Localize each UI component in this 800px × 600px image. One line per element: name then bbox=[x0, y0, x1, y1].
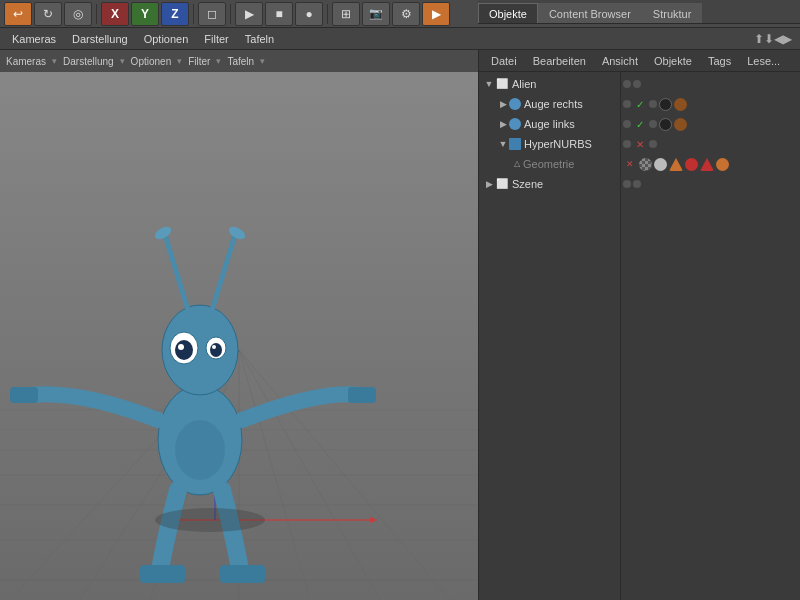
expand-hypernurbs[interactable]: ▼ bbox=[497, 138, 509, 150]
sep4 bbox=[327, 4, 328, 24]
menu-optionen[interactable]: Optionen bbox=[136, 31, 197, 47]
null-icon-szene: ⬜ bbox=[495, 177, 509, 191]
augel-check[interactable]: ✓ bbox=[633, 117, 647, 131]
vp-menu-darstellung[interactable]: Darstellung bbox=[63, 56, 114, 67]
right-panel: Datei Bearbeiten Ansicht Objekte Tags Le… bbox=[478, 50, 800, 600]
augel-dot1[interactable] bbox=[623, 120, 631, 128]
alien-dot2[interactable] bbox=[633, 80, 641, 88]
add-object-button[interactable]: ⊞ bbox=[332, 2, 360, 26]
szene-dot2[interactable] bbox=[633, 180, 641, 188]
tab-objekte[interactable]: Objekte bbox=[478, 3, 538, 23]
geo-mat5[interactable] bbox=[700, 158, 714, 171]
tree-item-auge-links[interactable]: ▶ Auge links bbox=[479, 114, 620, 134]
viewport-top-bar: Kameras ▾ Darstellung ▾ Optionen ▾ Filte… bbox=[0, 50, 478, 72]
expand-szene[interactable]: ▶ bbox=[483, 178, 495, 190]
svg-rect-33 bbox=[10, 387, 38, 403]
svg-rect-36 bbox=[220, 565, 265, 583]
record-button[interactable]: ● bbox=[295, 2, 323, 26]
szene-row-icons bbox=[621, 174, 800, 194]
auge-links-row-icons: ✓ bbox=[621, 114, 800, 134]
camera-button[interactable]: 📷 bbox=[362, 2, 390, 26]
augel-dot2[interactable] bbox=[649, 120, 657, 128]
tree-label-auge-links: Auge links bbox=[524, 118, 616, 130]
viewport-svg bbox=[0, 50, 478, 600]
x-axis-button[interactable]: X bbox=[101, 2, 129, 26]
right-menu-ansicht[interactable]: Ansicht bbox=[594, 53, 646, 69]
hn-cross[interactable]: ✕ bbox=[633, 137, 647, 151]
auger-dot2[interactable] bbox=[649, 100, 657, 108]
svg-point-37 bbox=[175, 420, 225, 480]
svg-rect-35 bbox=[140, 565, 185, 583]
hypernurbs-row-icons: ✕ bbox=[621, 134, 800, 154]
auger-dot1[interactable] bbox=[623, 100, 631, 108]
auger-mat2[interactable] bbox=[674, 98, 687, 111]
right-panel-menu: Datei Bearbeiten Ansicht Objekte Tags Le… bbox=[479, 50, 800, 72]
auge-rechts-row-icons: ✓ bbox=[621, 94, 800, 114]
geo-mat6[interactable] bbox=[716, 158, 729, 171]
tree-item-alien[interactable]: ▼ ⬜ Alien bbox=[479, 74, 620, 94]
expand-alien[interactable]: ▼ bbox=[483, 78, 495, 90]
z-axis-button[interactable]: Z bbox=[161, 2, 189, 26]
menu-kameras[interactable]: Kameras bbox=[4, 31, 64, 47]
menu-tafeln[interactable]: Tafeln bbox=[237, 31, 282, 47]
hypernurbs-icon bbox=[509, 138, 521, 150]
auger-mat1[interactable] bbox=[659, 98, 672, 111]
redo-button[interactable]: ↻ bbox=[34, 2, 62, 26]
main-layout: Kameras ▾ Darstellung ▾ Optionen ▾ Filte… bbox=[0, 50, 800, 600]
right-menu-lese[interactable]: Lese... bbox=[739, 53, 788, 69]
vp-menu-tafeln[interactable]: Tafeln bbox=[227, 56, 254, 67]
expand-auge-rechts[interactable]: ▶ bbox=[497, 98, 509, 110]
vp-menu-kameras[interactable]: Kameras bbox=[6, 56, 46, 67]
alien-dot1[interactable] bbox=[623, 80, 631, 88]
render-button[interactable]: ▶ bbox=[422, 2, 450, 26]
geo-mat2[interactable] bbox=[654, 158, 667, 171]
geo-mat3[interactable] bbox=[669, 158, 683, 171]
tree-item-szene[interactable]: ▶ ⬜ Szene bbox=[479, 174, 620, 194]
tree-item-auge-rechts[interactable]: ▶ Auge rechts bbox=[479, 94, 620, 114]
right-menu-bearbeiten[interactable]: Bearbeiten bbox=[525, 53, 594, 69]
vp-menu-optionen[interactable]: Optionen bbox=[131, 56, 172, 67]
tree-item-geometrie[interactable]: △ Geometrie bbox=[479, 154, 620, 174]
tree-label-auge-rechts: Auge rechts bbox=[524, 98, 616, 110]
object-tree: ▼ ⬜ Alien ▶ Auge rechts ▶ Auge links bbox=[479, 72, 800, 600]
hn-dot2[interactable] bbox=[649, 140, 657, 148]
view-arrows: ⬆⬇◀▶ bbox=[750, 32, 796, 46]
stop-button[interactable]: ■ bbox=[265, 2, 293, 26]
null-icon-alien: ⬜ bbox=[495, 77, 509, 91]
augel-mat2[interactable] bbox=[674, 118, 687, 131]
tree-item-hypernurbs[interactable]: ▼ HyperNURBS bbox=[479, 134, 620, 154]
expand-geometrie[interactable]: △ bbox=[511, 158, 523, 170]
hn-dot1[interactable] bbox=[623, 140, 631, 148]
expand-auge-links[interactable]: ▶ bbox=[497, 118, 509, 130]
augel-mat1[interactable] bbox=[659, 118, 672, 131]
right-menu-datei[interactable]: Datei bbox=[483, 53, 525, 69]
tab-struktur[interactable]: Struktur bbox=[642, 3, 703, 23]
svg-point-26 bbox=[175, 340, 193, 360]
geo-cross[interactable]: ✕ bbox=[623, 157, 637, 171]
geo-mat1[interactable] bbox=[639, 158, 652, 171]
menu-darstellung[interactable]: Darstellung bbox=[64, 31, 136, 47]
right-menu-tags[interactable]: Tags bbox=[700, 53, 739, 69]
sep3 bbox=[230, 4, 231, 24]
vp-menu-filter[interactable]: Filter bbox=[188, 56, 210, 67]
szene-dot1[interactable] bbox=[623, 180, 631, 188]
play-button[interactable]: ▶ bbox=[235, 2, 263, 26]
svg-point-30 bbox=[212, 345, 216, 349]
undo-button[interactable]: ↩ bbox=[4, 2, 32, 26]
object-tool-button[interactable]: ◻ bbox=[198, 2, 226, 26]
eye-icon-rechts bbox=[509, 98, 521, 110]
select-tool-button[interactable]: ◎ bbox=[64, 2, 92, 26]
tree-label-alien: Alien bbox=[512, 78, 616, 90]
svg-point-29 bbox=[210, 343, 222, 357]
geometrie-row-icons: ✕ bbox=[621, 154, 800, 174]
auger-check[interactable]: ✓ bbox=[633, 97, 647, 111]
render-settings-button[interactable]: ⚙ bbox=[392, 2, 420, 26]
tree-list: ▼ ⬜ Alien ▶ Auge rechts ▶ Auge links bbox=[479, 72, 620, 600]
geo-mat4[interactable] bbox=[685, 158, 698, 171]
viewport[interactable]: Kameras ▾ Darstellung ▾ Optionen ▾ Filte… bbox=[0, 50, 478, 600]
y-axis-button[interactable]: Y bbox=[131, 2, 159, 26]
menu-filter[interactable]: Filter bbox=[196, 31, 236, 47]
tab-content-browser[interactable]: Content Browser bbox=[538, 3, 642, 23]
svg-point-38 bbox=[155, 508, 265, 532]
right-menu-objekte[interactable]: Objekte bbox=[646, 53, 700, 69]
